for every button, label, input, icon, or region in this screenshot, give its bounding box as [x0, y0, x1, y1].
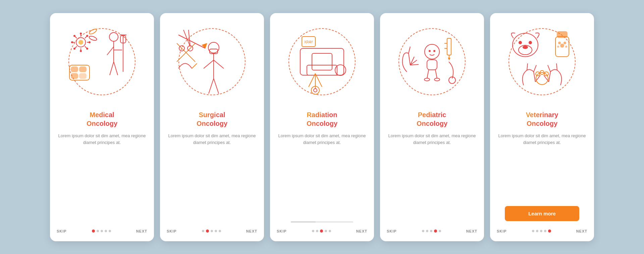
dot-3 — [320, 230, 323, 233]
svg-line-38 — [214, 60, 224, 68]
card-illustration-surgical — [160, 13, 264, 110]
card-desc-radiation: Lorem ipsum dolor sit dim amet, mea regi… — [278, 133, 366, 147]
svg-point-88 — [564, 42, 566, 44]
icon-radiation-oncology: XRAY — [282, 21, 362, 102]
icon-medical-oncology — [62, 21, 142, 102]
next-button-veterinary[interactable]: NEXT — [576, 229, 587, 233]
svg-rect-30 — [71, 73, 78, 79]
dot-5 — [109, 230, 111, 232]
dot-5 — [219, 230, 221, 232]
dot-2 — [206, 230, 209, 233]
cards-container: Medical Oncology Lorem ipsum dolor sit d… — [37, 3, 607, 251]
svg-point-6 — [71, 41, 73, 43]
dot-2 — [536, 230, 538, 232]
svg-point-100 — [544, 72, 548, 76]
dot-5 — [548, 230, 551, 233]
dot-3 — [540, 230, 542, 232]
next-button-pediatric[interactable]: NEXT — [466, 229, 477, 233]
svg-line-11 — [85, 37, 87, 38]
next-button-radiation[interactable]: NEXT — [356, 229, 367, 233]
card-radiation-oncology: XRAY — [270, 13, 374, 241]
svg-point-86 — [560, 44, 564, 48]
dot-3 — [430, 230, 432, 232]
dots-pediatric — [422, 230, 441, 233]
svg-point-87 — [558, 42, 561, 44]
svg-line-25 — [114, 62, 118, 75]
dot-1 — [92, 230, 95, 233]
svg-point-63 — [433, 50, 435, 52]
svg-point-81 — [523, 46, 528, 49]
card-medical-oncology: Medical Oncology Lorem ipsum dolor sit d… — [50, 13, 154, 241]
svg-point-12 — [86, 35, 88, 37]
svg-line-9 — [75, 37, 77, 38]
svg-rect-51 — [312, 53, 332, 70]
svg-line-94 — [556, 63, 557, 70]
svg-marker-77 — [448, 58, 450, 60]
svg-line-24 — [110, 62, 114, 75]
skip-button-surgical[interactable]: SKIP — [167, 229, 177, 233]
card-title-medical: Medical Oncology — [87, 110, 117, 128]
svg-point-98 — [536, 72, 540, 76]
svg-point-17 — [78, 40, 83, 45]
next-button-surgical[interactable]: NEXT — [246, 229, 257, 233]
svg-point-4 — [80, 50, 82, 52]
svg-line-92 — [534, 65, 536, 72]
dots-radiation — [312, 230, 331, 233]
dot-2 — [426, 230, 428, 232]
skip-button-medical[interactable]: SKIP — [57, 229, 67, 233]
svg-line-65 — [427, 70, 429, 79]
svg-point-18 — [109, 33, 118, 41]
svg-point-33 — [89, 35, 97, 41]
svg-point-83 — [529, 41, 532, 44]
svg-point-90 — [565, 46, 567, 48]
learn-more-button[interactable]: Learn more — [505, 206, 579, 221]
svg-rect-29 — [79, 67, 86, 72]
card-desc-medical: Lorem ipsum dolor sit dim amet, mea regi… — [58, 133, 146, 147]
icon-pediatric-oncology — [392, 21, 472, 102]
card-illustration-radiation: XRAY — [270, 13, 374, 110]
dot-3 — [101, 230, 103, 232]
svg-point-89 — [557, 46, 559, 48]
svg-rect-28 — [71, 67, 78, 72]
dot-1 — [532, 230, 534, 232]
svg-point-82 — [519, 41, 522, 44]
svg-line-39 — [209, 79, 214, 94]
dot-4 — [215, 230, 217, 232]
svg-line-95 — [548, 65, 550, 72]
dot-1 — [312, 230, 314, 232]
svg-marker-42 — [202, 43, 207, 48]
skip-button-veterinary[interactable]: SKIP — [497, 229, 507, 233]
dot-5 — [439, 230, 441, 232]
dot-4 — [434, 230, 437, 233]
svg-line-49 — [192, 63, 197, 68]
dot-2 — [97, 230, 99, 232]
card-desc-surgical: Lorem ipsum dolor sit dim amet, mea regi… — [168, 133, 256, 147]
dot-4 — [544, 230, 546, 232]
card-body-veterinary: Veterinary Oncology Lorem ipsum dolor si… — [490, 110, 594, 226]
svg-text:XRAY: XRAY — [304, 40, 313, 44]
progress-bar-radiation — [291, 221, 353, 222]
card-surgical-oncology: Surgical Oncology Lorem ipsum dolor sit … — [160, 13, 264, 241]
nav-row-pediatric: SKIP NEXT — [380, 229, 484, 233]
card-body-surgical: Surgical Oncology Lorem ipsum dolor sit … — [160, 110, 264, 226]
card-desc-pediatric: Lorem ipsum dolor sit dim amet, mea regi… — [388, 133, 476, 147]
card-desc-veterinary: Lorem ipsum dolor sit dim amet, mea regi… — [498, 133, 586, 147]
nav-row-veterinary: SKIP NEXT — [490, 229, 594, 233]
svg-point-62 — [429, 50, 431, 52]
svg-point-61 — [425, 44, 439, 59]
svg-point-60 — [314, 89, 317, 92]
svg-point-14 — [73, 48, 75, 50]
card-illustration-veterinary — [490, 13, 594, 110]
dot-1 — [202, 230, 204, 232]
skip-button-pediatric[interactable]: SKIP — [387, 229, 397, 233]
card-footer-veterinary: Learn more — [498, 206, 586, 226]
svg-rect-85 — [557, 32, 567, 38]
svg-line-40 — [214, 79, 219, 94]
skip-button-radiation[interactable]: SKIP — [277, 229, 287, 233]
nav-row-medical: SKIP NEXT — [50, 229, 154, 233]
card-illustration-pediatric — [380, 13, 484, 110]
svg-rect-73 — [447, 38, 451, 55]
dots-medical — [92, 230, 111, 233]
next-button-medical[interactable]: NEXT — [136, 229, 147, 233]
svg-line-69 — [409, 47, 410, 53]
